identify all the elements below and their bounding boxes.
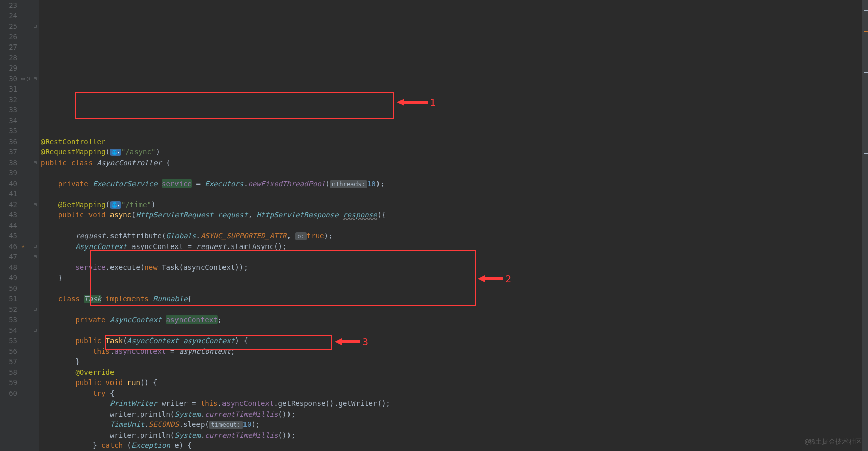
- highlight-box-1: [75, 92, 394, 119]
- code-line[interactable]: [41, 189, 868, 199]
- code-line[interactable]: @RestController: [41, 137, 868, 147]
- line-number: 56: [2, 346, 17, 357]
- fold-toggle[interactable]: ⊟: [32, 199, 39, 210]
- line-number: 40: [2, 178, 17, 189]
- line-number: 27: [2, 42, 17, 53]
- line-number: 51: [2, 294, 17, 304]
- arrow-2: 2: [478, 274, 511, 284]
- fold-toggle[interactable]: ⊟: [32, 21, 39, 32]
- line-number: 57: [2, 356, 17, 367]
- code-line[interactable]: private ExecutorService service = Execut…: [41, 178, 868, 189]
- line-number: 32: [2, 95, 17, 105]
- code-line[interactable]: public void run() {: [41, 377, 868, 388]
- line-number: 55: [2, 335, 17, 346]
- code-line[interactable]: @RequestMapping(🌐▾"/async"): [41, 147, 868, 157]
- line-number: 33: [2, 105, 17, 116]
- code-line[interactable]: [41, 252, 868, 262]
- code-line[interactable]: @Override: [41, 367, 868, 378]
- fold-gutter[interactable]: ⊟⊟⊟⊟⊟⊟⊟⊟: [32, 0, 39, 451]
- code-line[interactable]: [41, 168, 868, 178]
- code-line[interactable]: }: [41, 356, 868, 367]
- line-number: 25: [2, 21, 17, 32]
- line-number: 46: [2, 241, 17, 252]
- line-number: 50: [2, 283, 17, 294]
- line-number: 52: [2, 304, 17, 315]
- at-icon[interactable]: @: [27, 74, 30, 84]
- line-number: 43: [2, 210, 17, 220]
- endpoint-icon[interactable]: ▭: [21, 74, 25, 84]
- line-number: 26: [2, 32, 17, 42]
- code-line[interactable]: this.asyncContext = asyncContext;: [41, 346, 868, 357]
- watermark: @稀土掘金技术社区: [805, 437, 862, 447]
- line-number: 60: [2, 388, 17, 399]
- line-number: 59: [2, 377, 17, 388]
- arrow-3: 3: [335, 336, 368, 347]
- line-number: 49: [2, 273, 17, 283]
- code-area[interactable]: 1 2 3 @RestController@RequestMapping(🌐▾"…: [39, 0, 868, 451]
- code-line[interactable]: @GetMapping(🌐▾"/time"): [41, 199, 868, 210]
- code-line[interactable]: [41, 283, 868, 294]
- line-number: 29: [2, 63, 17, 74]
- line-number: 23: [2, 0, 17, 11]
- line-number: 45: [2, 231, 17, 241]
- code-line[interactable]: }: [41, 273, 868, 283]
- fold-toggle[interactable]: ⊟: [32, 157, 39, 168]
- line-number: 42: [2, 199, 17, 210]
- code-line[interactable]: public Task(AsyncContext asyncContext) {: [41, 335, 868, 346]
- line-number: 47: [2, 252, 17, 262]
- svg-marker-1: [478, 275, 503, 282]
- line-number: 28: [2, 53, 17, 63]
- line-number: 35: [2, 126, 17, 137]
- scrollbar[interactable]: [862, 0, 868, 451]
- line-number: 39: [2, 168, 17, 178]
- line-number: 37: [2, 147, 17, 157]
- code-line[interactable]: AsyncContext asyncContext = request.star…: [41, 241, 868, 252]
- svg-marker-2: [335, 338, 360, 345]
- gutter-icons: ▭ @ ★: [20, 0, 32, 451]
- code-line[interactable]: writer.println(System.currentTimeMillis(…: [41, 409, 868, 420]
- code-line[interactable]: [41, 325, 868, 336]
- line-number: 38: [2, 157, 17, 168]
- fold-toggle[interactable]: ⊟: [32, 74, 39, 84]
- code-line[interactable]: [41, 304, 868, 315]
- line-number: 44: [2, 220, 17, 231]
- code-line[interactable]: PrintWriter writer = this.asyncContext.g…: [41, 398, 868, 409]
- code-line[interactable]: } catch (Exception e) {: [41, 440, 868, 451]
- fold-toggle[interactable]: ⊟: [32, 304, 39, 315]
- override-icon[interactable]: ★: [21, 241, 25, 252]
- line-number: 54: [2, 325, 17, 336]
- code-line[interactable]: service.execute(new Task(asyncContext));: [41, 262, 868, 273]
- line-number: 30: [2, 74, 17, 84]
- line-number: 53: [2, 314, 17, 325]
- code-line[interactable]: request.setAttribute(Globals.ASYNC_SUPPO…: [41, 231, 868, 241]
- line-number: 24: [2, 11, 17, 21]
- fold-toggle[interactable]: ⊟: [32, 252, 39, 262]
- line-number: 58: [2, 367, 17, 378]
- code-line[interactable]: [41, 220, 868, 231]
- code-line[interactable]: writer.println(System.currentTimeMillis(…: [41, 430, 868, 441]
- line-number: 48: [2, 262, 17, 273]
- code-line[interactable]: public void async(HttpServletRequest req…: [41, 210, 868, 220]
- line-number: 31: [2, 84, 17, 95]
- code-editor[interactable]: 2324252627282930313233343536373839404142…: [0, 0, 868, 451]
- arrow-1: 1: [397, 97, 436, 108]
- line-number: 34: [2, 116, 17, 126]
- code-line[interactable]: try {: [41, 388, 868, 399]
- code-line[interactable]: class Task implements Runnable{: [41, 294, 868, 304]
- line-number: 36: [2, 137, 17, 147]
- code-line[interactable]: public class AsyncController {: [41, 157, 868, 168]
- line-number-gutter: 2324252627282930313233343536373839404142…: [0, 0, 20, 451]
- svg-marker-0: [397, 99, 428, 106]
- fold-toggle[interactable]: ⊟: [32, 325, 39, 336]
- code-line[interactable]: private AsyncContext asyncContext;: [41, 314, 868, 325]
- line-number: 41: [2, 189, 17, 199]
- fold-toggle[interactable]: ⊟: [32, 241, 39, 252]
- code-line[interactable]: TimeUnit.SECONDS.sleep(timeout:10);: [41, 419, 868, 430]
